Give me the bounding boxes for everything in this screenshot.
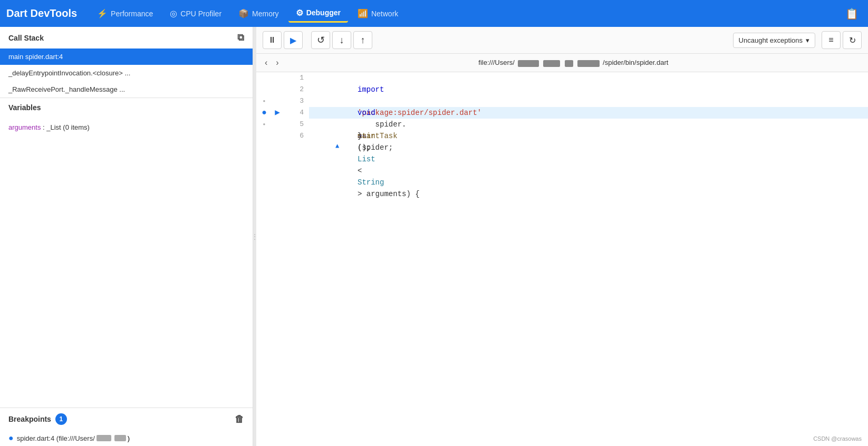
bp-gutter-6[interactable]: ●	[262, 130, 267, 142]
call-stack-section: Call Stack ⧉ main spider.dart:4 _delayEn…	[0, 27, 253, 98]
list-button[interactable]: ≡	[822, 31, 841, 49]
str-package: 'package:spider/spider.dart'	[358, 109, 481, 117]
breakpoint-label: spider.dart:4 (file:///Users/	[17, 434, 95, 442]
bp-gutter-5[interactable]: ●	[263, 119, 266, 130]
nav-item-memory[interactable]: 📦 Memory	[231, 5, 286, 22]
step-over-button[interactable]: ↺	[311, 31, 330, 49]
breakpoints-header: Breakpoints 1 🗑	[0, 408, 253, 430]
breakpoints-title: Breakpoints	[8, 415, 51, 423]
line-num-1: 1	[300, 72, 304, 84]
top-navigation: Dart DevTools ⚡ Performance ◎ CPU Profil…	[0, 0, 868, 27]
exec-arrow-icon: ▶	[275, 107, 280, 119]
pause-button[interactable]: ⏸	[263, 31, 282, 49]
bp-gutter-4[interactable]: ●	[262, 107, 267, 119]
variables-title: Variables	[8, 103, 41, 112]
step-out-button[interactable]: ↑	[353, 31, 372, 49]
call-stack-item-label-0: main spider.dart:4	[8, 53, 63, 61]
toolbar: ⏸ ▶ ↺ ↓ ↑ Uncaught exceptions ▾ ≡ ↻	[256, 27, 868, 54]
chevron-down-icon: ▾	[806, 36, 809, 44]
call-stack-item-1[interactable]: _delayEntrypointInvocation.<closure> ...	[0, 65, 253, 81]
file-path-redact-2	[543, 60, 560, 67]
left-panel: Call Stack ⧉ main spider.dart:4 _delayEn…	[0, 27, 253, 446]
file-path-prefix: file:///Users/	[478, 59, 515, 66]
nav-label-performance: Performance	[111, 9, 153, 18]
network-icon: 📶	[358, 8, 368, 18]
kw-void: void	[358, 109, 375, 117]
call-stack-list: main spider.dart:4 _delayEntrypointInvoc…	[0, 49, 253, 98]
variable-value-0: : _List (0 items)	[43, 123, 90, 131]
variables-header: Variables	[0, 98, 253, 117]
copy-icon[interactable]: ⧉	[237, 32, 244, 43]
delete-breakpoints-icon[interactable]: 🗑	[235, 414, 244, 425]
variable-name-0: arguments	[8, 123, 41, 131]
exceptions-dropdown[interactable]: Uncaught exceptions ▾	[733, 33, 815, 48]
nav-item-performance[interactable]: ⚡ Performance	[90, 5, 160, 22]
line-num-6: 6	[300, 130, 304, 142]
bp-gutter-1[interactable]: ●	[262, 72, 267, 84]
nav-label-memory: Memory	[252, 9, 279, 18]
exec-gutter: ▶	[272, 72, 283, 446]
variables-content: arguments : _List (0 items)	[0, 117, 253, 138]
code-line-1: import 'package:spider/spider.dart' as s…	[309, 72, 868, 84]
nav-label-network: Network	[371, 9, 398, 18]
breakpoint-path-redact-2	[114, 435, 126, 441]
performance-icon: ⚡	[97, 8, 108, 18]
code-lines: import 'package:spider/spider.dart' as s…	[309, 72, 868, 446]
code-line-2	[309, 84, 868, 95]
breakpoint-dot-icon: ●	[8, 433, 14, 443]
file-path-redact-4	[577, 60, 600, 67]
nav-item-cpu-profiler[interactable]: ◎ CPU Profiler	[162, 5, 229, 22]
exceptions-label: Uncaught exceptions	[739, 36, 803, 44]
type-list: List	[358, 155, 375, 163]
nav-label-debugger: Debugger	[306, 8, 341, 17]
memory-icon: 📦	[238, 8, 249, 18]
nav-item-network[interactable]: 📶 Network	[350, 5, 406, 22]
resume-button[interactable]: ▶	[284, 31, 303, 49]
breakpoints-section: Breakpoints 1 🗑 ● spider.dart:4 (file://…	[0, 408, 253, 446]
call-stack-header: Call Stack ⧉	[0, 27, 253, 49]
file-path-redact-1	[518, 60, 539, 67]
refresh-button[interactable]: ↻	[843, 31, 862, 49]
forward-arrow-icon[interactable]: ›	[274, 57, 281, 69]
bp-gutter-3[interactable]: ●	[263, 95, 266, 107]
call-stack-title: Call Stack	[8, 34, 44, 42]
type-string: String	[358, 178, 384, 187]
line-num-2: 2	[300, 84, 304, 95]
breakpoints-badge: 1	[55, 413, 67, 425]
back-arrow-icon[interactable]: ‹	[263, 57, 269, 69]
line-num-5: 5	[300, 119, 304, 130]
step-in-button[interactable]: ↓	[332, 31, 351, 49]
nav-label-cpu-profiler: CPU Profiler	[180, 9, 221, 18]
file-path-redact-3	[565, 60, 573, 67]
fn-starttask: startTask	[358, 132, 398, 140]
cpu-profiler-icon: ◎	[170, 8, 177, 18]
clipboard-icon[interactable]: 📋	[842, 4, 862, 23]
call-stack-item-label-2: _RawReceivePort._handleMessage ...	[8, 85, 125, 93]
breakpoint-gutter: ● ● ● ● ● ●	[256, 72, 272, 446]
kw-import: import	[358, 85, 384, 94]
main-layout: Call Stack ⧉ main spider.dart:4 _delayEn…	[0, 27, 868, 446]
breakpoint-suffix: )	[128, 434, 130, 442]
right-panel: ⏸ ▶ ↺ ↓ ↑ Uncaught exceptions ▾ ≡ ↻ ‹ › …	[256, 27, 868, 446]
debugger-icon: ⚙	[296, 8, 303, 18]
watermark: CSDN @crasowas	[813, 435, 862, 442]
call-stack-item-0[interactable]: main spider.dart:4	[0, 49, 253, 65]
breakpoint-path-redact-1	[97, 435, 111, 441]
call-stack-item-label-1: _delayEntrypointInvocation.<closure> ...	[8, 69, 130, 77]
file-navigation: ‹ › file:///Users/ /spider/bin/spider.da…	[256, 54, 868, 72]
toolbar-right: ≡ ↻	[822, 31, 862, 49]
file-path: file:///Users/ /spider/bin/spider.dart	[285, 59, 862, 66]
variable-item-0: arguments : _List (0 items)	[8, 123, 244, 131]
bp-gutter-2[interactable]: ●	[262, 84, 267, 95]
code-line-3: void main ( List < String > arguments) {	[309, 95, 868, 107]
line-numbers: 1 2 3 4 5 6	[283, 72, 309, 446]
breakpoint-item-0[interactable]: ● spider.dart:4 (file:///Users/ )	[0, 430, 253, 446]
file-path-suffix: /spider/bin/spider.dart	[603, 59, 668, 66]
code-editor: ● ● ● ● ● ● ▶ 1 2 3 4 5	[256, 72, 868, 446]
variables-section: Variables arguments : _List (0 items)	[0, 98, 253, 408]
nav-item-debugger[interactable]: ⚙ Debugger	[288, 5, 348, 23]
call-stack-item-2[interactable]: _RawReceivePort._handleMessage ...	[0, 81, 253, 98]
line-num-4: 4	[300, 107, 304, 119]
line-num-3: 3	[300, 95, 304, 107]
app-brand: Dart DevTools	[6, 7, 77, 20]
